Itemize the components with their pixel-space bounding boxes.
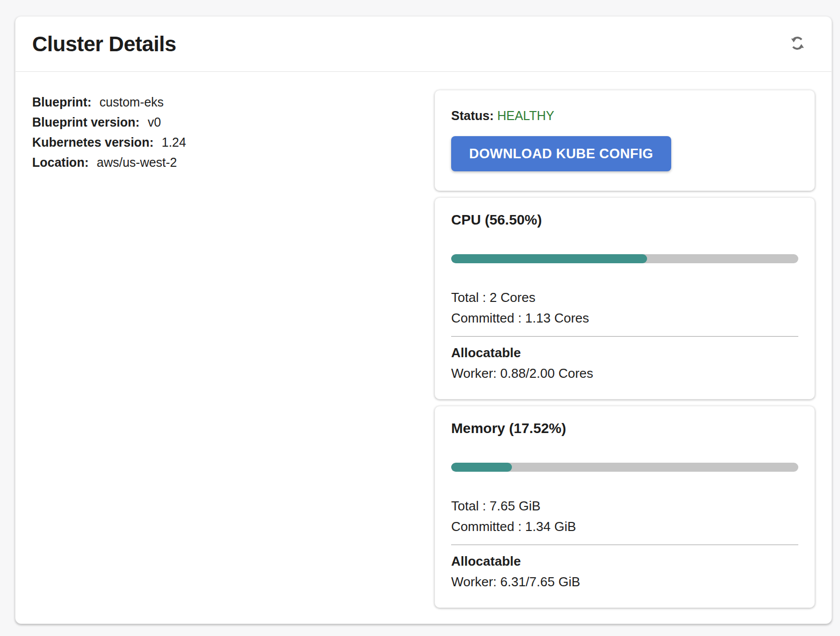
page-title: Cluster Details <box>32 32 176 56</box>
info-row-kubernetes-version: Kubernetes version:1.24 <box>32 132 435 152</box>
cluster-info-list: Blueprint:custom-eks Blueprint version:v… <box>32 90 435 614</box>
cpu-allocatable-block: Allocatable Worker: 0.88/2.00 Cores <box>451 343 798 384</box>
refresh-icon <box>787 34 808 54</box>
info-label: Blueprint version: <box>32 115 140 129</box>
memory-progress-fill <box>451 463 512 472</box>
info-value: custom-eks <box>99 95 164 109</box>
cpu-panel: CPU (56.50%) Total : 2 Cores Committed :… <box>435 197 815 399</box>
status-panel: Status: HEALTHY DOWNLOAD KUBE CONFIG <box>435 90 815 191</box>
cpu-title: CPU (56.50%) <box>451 212 798 228</box>
info-row-blueprint: Blueprint:custom-eks <box>32 92 435 112</box>
info-label: Location: <box>32 155 89 169</box>
info-value: aws/us-west-2 <box>97 155 177 169</box>
card-header: Cluster Details <box>16 17 831 72</box>
allocatable-label: Allocatable <box>451 551 798 572</box>
cpu-stats: Total : 2 Cores Committed : 1.13 Cores <box>451 287 798 329</box>
memory-title: Memory (17.52%) <box>451 420 798 437</box>
metrics-column: Status: HEALTHY DOWNLOAD KUBE CONFIG CPU… <box>435 90 815 614</box>
download-kube-config-button[interactable]: DOWNLOAD KUBE CONFIG <box>451 136 671 171</box>
divider <box>451 545 798 545</box>
info-row-location: Location:aws/us-west-2 <box>32 152 435 172</box>
info-value: 1.24 <box>162 135 186 149</box>
cpu-worker: Worker: 0.88/2.00 Cores <box>451 363 798 384</box>
refresh-button[interactable] <box>786 33 808 55</box>
memory-progress-track <box>451 463 798 472</box>
cpu-progress-track <box>451 254 798 263</box>
memory-panel: Memory (17.52%) Total : 7.65 GiB Committ… <box>435 406 815 608</box>
cluster-details-card: Cluster Details Blueprint:custom-eks Blu… <box>15 16 832 624</box>
status-value: HEALTHY <box>497 109 554 123</box>
cpu-committed: Committed : 1.13 Cores <box>451 308 798 329</box>
info-row-blueprint-version: Blueprint version:v0 <box>32 112 435 132</box>
info-label: Kubernetes version: <box>32 135 154 149</box>
divider <box>451 336 798 337</box>
allocatable-label: Allocatable <box>451 343 798 363</box>
memory-allocatable-block: Allocatable Worker: 6.31/7.65 GiB <box>451 551 798 592</box>
memory-total: Total : 7.65 GiB <box>451 496 798 516</box>
card-body: Blueprint:custom-eks Blueprint version:v… <box>16 72 831 614</box>
info-value: v0 <box>148 115 161 129</box>
info-label: Blueprint: <box>32 95 91 109</box>
status-label: Status: <box>451 109 494 123</box>
memory-stats: Total : 7.65 GiB Committed : 1.34 GiB <box>451 496 798 537</box>
cpu-total: Total : 2 Cores <box>451 287 798 308</box>
memory-worker: Worker: 6.31/7.65 GiB <box>451 572 798 592</box>
status-line: Status: HEALTHY <box>451 109 798 123</box>
cpu-progress-fill <box>451 254 647 263</box>
memory-committed: Committed : 1.34 GiB <box>451 516 798 537</box>
